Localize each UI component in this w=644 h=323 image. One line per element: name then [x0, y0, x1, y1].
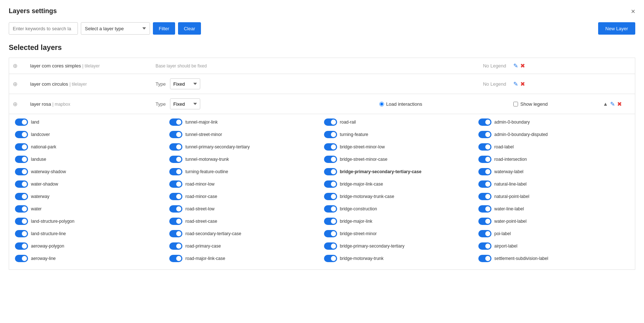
type-select[interactable]: Fixed Dynamic Custom — [170, 78, 200, 89]
sublayer-toggle[interactable] — [324, 156, 337, 163]
layer-type-select[interactable]: Select a layer type tilelayer mapbox wms… — [81, 22, 150, 35]
layer-name: layer rosa — [30, 101, 51, 107]
sublayer-name: airport-label — [494, 244, 517, 249]
sublayer-name: road-rail — [340, 120, 356, 125]
sublayer-toggle[interactable] — [478, 156, 491, 163]
sublayer-toggle[interactable] — [169, 180, 182, 188]
modal-title: Layers settings — [9, 7, 57, 15]
sublayer-name: waterway-shadow — [31, 169, 66, 174]
sublayer-toggle[interactable] — [324, 131, 337, 138]
sublayer-toggle[interactable] — [478, 168, 491, 175]
sublayer-toggle[interactable] — [15, 255, 28, 262]
list-item: bridge-motorway-trunk — [324, 253, 475, 264]
sublayer-toggle[interactable] — [15, 205, 28, 213]
sublayer-toggle[interactable] — [15, 193, 28, 200]
sublayer-name: land-structure-polygon — [31, 219, 74, 224]
sublayer-toggle[interactable] — [324, 242, 337, 250]
sublayer-toggle[interactable] — [324, 193, 337, 200]
sublayer-toggle[interactable] — [478, 230, 491, 237]
drag-handle[interactable]: ⊕ — [13, 81, 17, 87]
filter-button[interactable]: Filter — [153, 22, 175, 35]
sublayer-toggle[interactable] — [15, 180, 28, 188]
sublayer-toggle[interactable] — [478, 193, 491, 200]
sublayer-toggle[interactable] — [15, 143, 28, 151]
sublayer-name: national-park — [31, 144, 56, 149]
sublayer-name: bridge-primary-secondary-tertiary-case — [340, 169, 422, 174]
sublayer-toggle[interactable] — [15, 168, 28, 175]
load-interactions-radio[interactable] — [379, 102, 384, 106]
sublayer-toggle[interactable] — [324, 230, 337, 237]
sublayer-toggle[interactable] — [478, 255, 491, 262]
sublayer-name: poi-label — [494, 231, 511, 236]
edit-icon[interactable]: ✎ — [610, 101, 615, 108]
list-item: national-park — [15, 142, 166, 152]
sublayer-name: natural-point-label — [494, 194, 529, 199]
row-actions: ▲ ✎ ✖ — [603, 101, 631, 108]
remove-icon[interactable]: ✖ — [520, 62, 525, 69]
sublayer-toggle[interactable] — [169, 118, 182, 126]
sublayer-toggle[interactable] — [15, 118, 28, 126]
list-item: tunnel-street-minor — [169, 129, 320, 140]
sublayer-toggle[interactable] — [169, 143, 182, 151]
sublayer-toggle[interactable] — [478, 218, 491, 225]
sublayer-toggle[interactable] — [324, 118, 337, 126]
sublayer-toggle[interactable] — [324, 255, 337, 262]
edit-icon[interactable]: ✎ — [513, 81, 518, 87]
drag-handle[interactable]: ⊕ — [13, 63, 17, 69]
sublayer-name: bridge-motorway-trunk-case — [340, 194, 394, 199]
sublayer-toggle[interactable] — [15, 218, 28, 225]
sublayer-toggle[interactable] — [169, 255, 182, 262]
sublayer-name: bridge-motorway-trunk — [340, 256, 384, 261]
list-item: tunnel-motorway-trunk — [169, 154, 320, 164]
search-input[interactable] — [9, 22, 78, 35]
sublayer-toggle[interactable] — [478, 242, 491, 250]
list-item: admin-0-boundary-disputed — [478, 129, 629, 140]
sublayer-toggle[interactable] — [478, 118, 491, 126]
sublayer-toggle[interactable] — [15, 230, 28, 237]
clear-button[interactable]: Clear — [178, 22, 201, 35]
sublayer-toggle[interactable] — [15, 156, 28, 163]
list-item: turning-feature-outline — [169, 167, 320, 177]
remove-icon[interactable]: ✖ — [520, 81, 525, 87]
type-select[interactable]: Fixed Dynamic Custom — [170, 98, 200, 109]
sublayer-toggle[interactable] — [324, 205, 337, 213]
sublayer-toggle[interactable] — [478, 180, 491, 188]
sublayer-toggle[interactable] — [169, 242, 182, 250]
list-item: water — [15, 204, 166, 214]
edit-icon[interactable]: ✎ — [513, 62, 518, 69]
remove-icon[interactable]: ✖ — [617, 101, 622, 108]
show-legend-label[interactable]: Show legend — [513, 101, 596, 107]
layer-description: Base layer should be fixed — [155, 63, 207, 69]
sublayer-toggle[interactable] — [478, 143, 491, 151]
list-item: natural-point-label — [478, 191, 629, 202]
sublayer-toggle[interactable] — [169, 131, 182, 138]
sublayer-toggle[interactable] — [169, 218, 182, 225]
sublayer-toggle[interactable] — [169, 168, 182, 175]
sublayer-toggle[interactable] — [478, 205, 491, 213]
sublayer-toggle[interactable] — [169, 230, 182, 237]
new-layer-button[interactable]: New Layer — [598, 22, 635, 35]
sublayer-toggle[interactable] — [478, 131, 491, 138]
sublayer-toggle[interactable] — [324, 218, 337, 225]
list-item: waterway-shadow — [15, 167, 166, 177]
sublayer-name: aeroway-line — [31, 256, 56, 261]
load-interactions-label[interactable]: Load interactions — [379, 101, 506, 107]
list-item: land-structure-line — [15, 229, 166, 239]
close-button[interactable]: × — [631, 8, 635, 15]
list-item: bridge-primary-secondary-tertiary-case — [324, 167, 475, 177]
sublayer-toggle[interactable] — [324, 168, 337, 175]
sublayer-toggle[interactable] — [324, 143, 337, 151]
sublayer-toggle[interactable] — [169, 156, 182, 163]
sublayer-name: road-minor-low — [185, 182, 214, 187]
show-legend-checkbox[interactable] — [513, 102, 518, 106]
sublayer-toggle[interactable] — [15, 242, 28, 250]
sublayer-toggle[interactable] — [169, 205, 182, 213]
list-item: water-line-label — [478, 204, 629, 214]
sublayer-toggle[interactable] — [169, 193, 182, 200]
toolbar: Select a layer type tilelayer mapbox wms… — [9, 22, 635, 35]
table-row: ⊕ layer com circulos | tilelayer Type Fi… — [9, 74, 635, 94]
sublayer-toggle[interactable] — [15, 131, 28, 138]
chevron-up-icon[interactable]: ▲ — [603, 101, 608, 107]
sublayer-toggle[interactable] — [324, 180, 337, 188]
drag-handle[interactable]: ⊕ — [13, 101, 17, 107]
